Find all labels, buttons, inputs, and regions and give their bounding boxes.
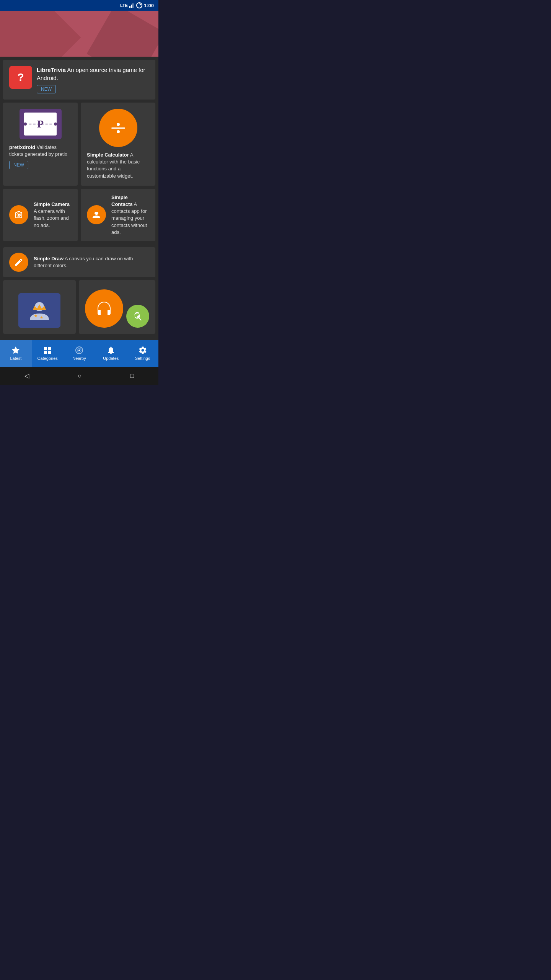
search-icon-circle <box>126 305 149 328</box>
crown-svg: ★ ★ <box>26 299 53 322</box>
simple-contacts-card[interactable]: Simple Contacts A contacts app for manag… <box>81 189 155 241</box>
nav-item-settings[interactable]: Settings <box>127 340 158 367</box>
bottom-navigation: Latest Categories Nearby Updates Setting… <box>0 340 158 367</box>
headphone-wrap <box>85 289 149 328</box>
headphone-icon <box>85 289 123 328</box>
crown-icon-wrap: ★ ★ <box>18 293 60 328</box>
grid-icon <box>43 346 52 355</box>
back-button[interactable]: ◁ <box>24 372 29 379</box>
large-app-grid: P pretixdroid Validates tickets generate… <box>3 103 155 186</box>
svg-rect-1 <box>131 5 132 8</box>
vip-card[interactable]: ★ ★ <box>3 280 76 334</box>
nav-item-categories[interactable]: Categories <box>32 340 64 367</box>
nav-item-latest[interactable]: Latest <box>0 340 32 367</box>
small-app-grid: Simple Camera A camera with flash, zoom … <box>3 189 155 244</box>
draw-svg <box>14 258 23 267</box>
calculator-icon <box>99 109 137 147</box>
contacts-svg <box>92 210 101 219</box>
pretixdroid-text: pretixdroid Validates tickets generated … <box>9 144 72 158</box>
svg-point-7 <box>78 350 80 351</box>
featured-app-title: LibreTrivia An open source trivia game f… <box>37 66 149 82</box>
calculator-icon-wrap <box>87 109 149 147</box>
lte-icon: LTE <box>120 3 128 8</box>
camera-svg <box>14 210 23 219</box>
simple-camera-card[interactable]: Simple Camera A camera with flash, zoom … <box>3 189 78 241</box>
pretix-ticket: P <box>24 113 57 136</box>
gear-icon <box>138 346 147 355</box>
pretixdroid-badge: NEW <box>9 161 28 169</box>
draw-text: Simple Draw A canvas you can draw on wit… <box>34 255 149 269</box>
camera-icon <box>9 205 28 224</box>
pretixdroid-card[interactable]: P pretixdroid Validates tickets generate… <box>3 103 78 186</box>
svg-rect-0 <box>129 6 130 8</box>
nav-label-categories: Categories <box>37 356 58 361</box>
pretix-icon: P <box>20 109 62 139</box>
svg-rect-2 <box>132 3 134 8</box>
status-bar: LTE 1:00 <box>0 0 158 11</box>
bell-icon <box>106 346 116 355</box>
contacts-text: Simple Contacts A contacts app for manag… <box>111 194 149 236</box>
partial-grid: ★ ★ <box>3 280 155 334</box>
nav-label-latest: Latest <box>10 356 21 361</box>
libreTrivia-icon: ? <box>9 66 32 89</box>
headphone-svg <box>94 299 114 318</box>
audio-card[interactable] <box>79 280 155 334</box>
nearby-icon <box>75 346 84 355</box>
simple-draw-card[interactable]: Simple Draw A canvas you can draw on wit… <box>3 247 155 277</box>
signal-icon <box>129 3 135 8</box>
nav-label-settings: Settings <box>135 356 150 361</box>
calculator-text: Simple Calculator A calculator with the … <box>87 152 149 180</box>
contacts-icon <box>87 205 106 224</box>
nav-item-nearby[interactable]: Nearby <box>64 340 95 367</box>
battery-icon <box>136 2 142 8</box>
nav-label-updates: Updates <box>103 356 119 361</box>
pretixdroid-icon-wrap: P <box>9 109 72 139</box>
svg-text:★: ★ <box>40 315 43 320</box>
simple-calculator-card[interactable]: Simple Calculator A calculator with the … <box>81 103 155 186</box>
camera-text: Simple Camera A camera with flash, zoom … <box>34 201 72 229</box>
featured-app-card[interactable]: ? LibreTrivia An open source trivia game… <box>3 60 155 100</box>
nav-label-nearby: Nearby <box>72 356 86 361</box>
svg-text:★: ★ <box>34 313 38 318</box>
recent-button[interactable]: □ <box>130 372 134 379</box>
draw-icon <box>9 253 28 272</box>
hero-background <box>0 11 158 57</box>
main-content: ? LibreTrivia An open source trivia game… <box>0 57 158 340</box>
status-icons: LTE 1:00 <box>120 2 154 8</box>
nav-item-updates[interactable]: Updates <box>95 340 127 367</box>
home-button[interactable]: ○ <box>78 372 82 379</box>
time-display: 1:00 <box>144 3 154 8</box>
star-icon <box>11 346 20 355</box>
new-badge: NEW <box>37 85 56 93</box>
search-svg <box>132 311 143 322</box>
system-navigation: ◁ ○ □ <box>0 367 158 385</box>
featured-app-info: LibreTrivia An open source trivia game f… <box>37 66 149 93</box>
